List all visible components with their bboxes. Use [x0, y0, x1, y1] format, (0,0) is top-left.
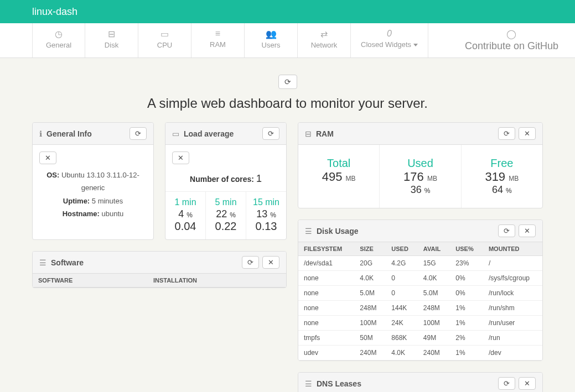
- load-1min: 1 min4 %0.04: [165, 192, 206, 239]
- panel-title: Software: [51, 258, 239, 267]
- table-row: none100M24K100M1%/run/user: [298, 316, 542, 331]
- load-5min: 5 min22 %0.22: [206, 192, 246, 239]
- refresh-button[interactable]: ⟳: [498, 127, 515, 140]
- th: AVAIL: [418, 242, 450, 256]
- th: USE%: [450, 242, 483, 256]
- refresh-icon: ⟳: [284, 77, 291, 86]
- th-installation: INSTALLATION: [148, 274, 286, 288]
- info-icon: ℹ: [39, 129, 42, 138]
- users-icon: 👥: [255, 29, 287, 39]
- th-software: SOFTWARE: [33, 274, 148, 288]
- panel-dns-leases: ☰ DNS Leases ⟳ ✕ EXPIRES ATMAC ADDRESSIP…: [298, 372, 543, 392]
- table-row: none248M144K248M1%/run/shm: [298, 301, 542, 316]
- th: USED: [386, 242, 418, 256]
- panel-ram: ⊟ RAM ⟳ ✕ Total495 MB Used176 MB36 % Fre…: [298, 122, 543, 208]
- table-row: none5.0M05.0M0%/run/lock: [298, 286, 542, 301]
- hero: ⟳ A simple web dashboard to monitor your…: [0, 58, 575, 122]
- main-nav: ◷General ⊟Disk ▭CPU ≡RAM 👥Users ⇄Network…: [0, 23, 575, 58]
- panel-disk-usage: ☰ Disk Usage ⟳ ✕ FILESYSTEMSIZEUSEDAVAIL…: [298, 219, 543, 361]
- os-value: Ubuntu 13.10 3.11.0-12-generic: [61, 171, 139, 192]
- refresh-button[interactable]: ⟳: [129, 127, 147, 140]
- table-row: /dev/sda120G4.2G15G23%/: [298, 256, 542, 271]
- th: SIZE: [354, 242, 386, 256]
- list-icon: ☰: [39, 258, 46, 267]
- refresh-icon: ⟳: [504, 129, 510, 138]
- nav-disk[interactable]: ⊟Disk: [85, 23, 138, 58]
- panel-title: RAM: [316, 129, 495, 138]
- brand[interactable]: linux-dash: [32, 6, 77, 18]
- refresh-button[interactable]: ⟳: [498, 377, 515, 390]
- list-icon: ☰: [305, 227, 312, 236]
- italic-o-icon: 0: [361, 29, 418, 39]
- panel-title: Load average: [184, 129, 259, 138]
- exchange-icon: ⇄: [308, 29, 340, 39]
- close-button[interactable]: ✕: [172, 151, 189, 164]
- close-button[interactable]: ✕: [39, 151, 56, 164]
- uptime-label: Uptime:: [63, 197, 90, 205]
- dashboard-icon: ◷: [43, 29, 75, 39]
- refresh-icon: ⟳: [135, 129, 141, 138]
- th: FILESYSTEM: [298, 242, 354, 256]
- github-icon: ◯: [465, 29, 558, 39]
- table-row: none4.0K04.0K0%/sys/fs/cgroup: [298, 271, 542, 286]
- panel-title: Disk Usage: [317, 227, 495, 236]
- hdd-icon: ⊟: [95, 29, 128, 39]
- tasks-icon: ⊟: [305, 129, 312, 138]
- uptime-value: 5 minutes: [92, 197, 123, 205]
- close-icon: ✕: [45, 154, 51, 162]
- load-15min: 15 min13 %0.13: [246, 192, 286, 239]
- nav-users[interactable]: 👥Users: [245, 23, 298, 58]
- list-icon: ☰: [305, 379, 312, 388]
- close-button[interactable]: ✕: [519, 224, 536, 237]
- cores-value: 1: [256, 173, 262, 184]
- close-icon: ✕: [524, 379, 530, 388]
- nav-general[interactable]: ◷General: [32, 23, 85, 58]
- nav-cpu[interactable]: ▭CPU: [138, 23, 191, 58]
- ram-grid: Total495 MB Used176 MB36 % Free319 MB64 …: [298, 145, 542, 208]
- ram-free: Free319 MB64 %: [462, 145, 542, 208]
- load-grid: 1 min4 %0.04 5 min22 %0.22 15 min13 %0.1…: [165, 191, 286, 239]
- laptop-icon: ▭: [172, 129, 179, 138]
- nav-ram[interactable]: ≡RAM: [191, 23, 245, 58]
- refresh-icon: ⟳: [268, 129, 274, 138]
- laptop-icon: ▭: [148, 29, 181, 39]
- close-button[interactable]: ✕: [262, 256, 279, 269]
- hero-title: A simple web dashboard to monitor your s…: [0, 96, 575, 111]
- panel-software: ☰ Software ⟳ ✕ SOFTWARE INSTALLATION: [32, 251, 287, 288]
- close-button[interactable]: ✕: [519, 127, 536, 140]
- refresh-button[interactable]: ⟳: [262, 127, 279, 140]
- panel-title: DNS Leases: [317, 379, 495, 388]
- ram-used: Used176 MB36 %: [380, 145, 461, 208]
- close-icon: ✕: [178, 154, 184, 162]
- table-row: tmpfs50M868K49M2%/run: [298, 331, 542, 346]
- disk-table: FILESYSTEMSIZEUSEDAVAILUSE%MOUNTED /dev/…: [298, 242, 542, 360]
- nav-network[interactable]: ⇄Network: [298, 23, 351, 58]
- tasks-icon: ≡: [201, 29, 234, 39]
- hostname-label: Hostname:: [63, 210, 100, 218]
- nav-closed-widgets[interactable]: 0Closed Widgets: [351, 23, 428, 58]
- close-button[interactable]: ✕: [519, 377, 536, 390]
- refresh-icon: ⟳: [247, 258, 253, 266]
- refresh-button[interactable]: ⟳: [242, 256, 259, 269]
- topbar: linux-dash: [0, 0, 575, 23]
- refresh-icon: ⟳: [504, 227, 510, 235]
- panel-general-info: ℹ General Info ⟳ ✕ OS: Ubuntu 13.10 3.11…: [32, 122, 154, 240]
- hostname-value: ubuntu: [102, 210, 124, 218]
- software-table: SOFTWARE INSTALLATION: [33, 274, 286, 288]
- th: MOUNTED: [483, 242, 542, 256]
- refresh-all-button[interactable]: ⟳: [278, 75, 297, 89]
- table-row: udev240M4.0K240M1%/dev: [298, 346, 542, 360]
- refresh-button[interactable]: ⟳: [498, 224, 515, 237]
- panel-load-average: ▭ Load average ⟳ ✕ Number of cores: 1 1 …: [165, 122, 287, 240]
- panel-title: General Info: [46, 129, 126, 138]
- refresh-icon: ⟳: [504, 379, 510, 388]
- cores-label: Number of cores:: [190, 175, 254, 184]
- os-label: OS:: [46, 171, 59, 179]
- close-icon: ✕: [268, 258, 274, 266]
- chevron-down-icon: [413, 44, 418, 46]
- ram-total: Total495 MB: [298, 145, 380, 208]
- close-icon: ✕: [524, 227, 530, 235]
- close-icon: ✕: [524, 129, 530, 138]
- contribute-link[interactable]: ◯ Contribute on GitHub: [448, 23, 575, 58]
